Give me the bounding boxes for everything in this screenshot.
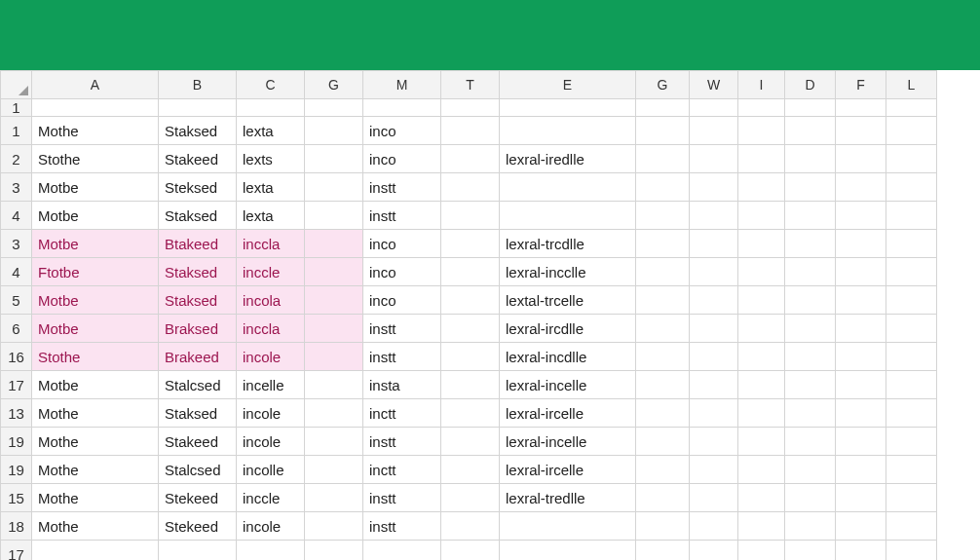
cell[interactable]: lexral-tredlle bbox=[500, 484, 636, 512]
cell[interactable] bbox=[441, 202, 500, 230]
cell[interactable] bbox=[886, 428, 937, 456]
cell[interactable]: Mothe bbox=[32, 117, 159, 145]
cell[interactable]: Staksed bbox=[159, 202, 237, 230]
cell[interactable] bbox=[738, 512, 785, 541]
cell[interactable] bbox=[305, 230, 363, 258]
cell[interactable] bbox=[305, 315, 363, 343]
table-row[interactable]: 3MotbeBtakeedincclaincolexral-trcdlle bbox=[1, 230, 937, 258]
cell[interactable] bbox=[785, 99, 836, 117]
cell[interactable] bbox=[690, 202, 738, 230]
cell[interactable]: Motbe bbox=[32, 315, 159, 343]
row-header[interactable]: 17 bbox=[1, 541, 32, 561]
cell[interactable] bbox=[636, 286, 690, 315]
cell[interactable] bbox=[785, 258, 836, 286]
cell[interactable] bbox=[305, 145, 363, 173]
cell[interactable] bbox=[441, 484, 500, 512]
cell[interactable] bbox=[500, 173, 636, 202]
cell[interactable] bbox=[305, 428, 363, 456]
row-header[interactable]: 2 bbox=[1, 145, 32, 173]
cell[interactable] bbox=[305, 512, 363, 541]
cell[interactable] bbox=[690, 99, 738, 117]
row-header[interactable]: 19 bbox=[1, 428, 32, 456]
cell[interactable] bbox=[785, 484, 836, 512]
cell[interactable] bbox=[305, 258, 363, 286]
row-header[interactable]: 1 bbox=[1, 117, 32, 145]
cell[interactable]: Mothe bbox=[32, 512, 159, 541]
grid[interactable]: A B C G M T E G W I D F L 11MotheStaksed… bbox=[0, 70, 937, 560]
cell[interactable]: lexral-ircdlle bbox=[500, 315, 636, 343]
cell[interactable]: Stothe bbox=[32, 145, 159, 173]
cell[interactable] bbox=[441, 258, 500, 286]
cell[interactable] bbox=[785, 343, 836, 371]
cell[interactable] bbox=[886, 202, 937, 230]
cell[interactable] bbox=[690, 484, 738, 512]
cell[interactable]: inccla bbox=[237, 230, 305, 258]
cell[interactable] bbox=[886, 258, 937, 286]
cell[interactable] bbox=[785, 371, 836, 399]
select-all-corner[interactable] bbox=[1, 71, 32, 99]
cell[interactable] bbox=[159, 99, 237, 117]
cell[interactable] bbox=[886, 230, 937, 258]
cell[interactable] bbox=[305, 202, 363, 230]
cell[interactable] bbox=[305, 117, 363, 145]
cell[interactable] bbox=[500, 512, 636, 541]
col-header[interactable]: C bbox=[237, 71, 305, 99]
col-header[interactable]: G bbox=[636, 71, 690, 99]
cell[interactable] bbox=[836, 202, 886, 230]
table-row[interactable]: 19MotheStakeedincoleinsttlexral-incelle bbox=[1, 428, 937, 456]
cell[interactable]: inctt bbox=[363, 399, 441, 428]
cell[interactable]: Motbe bbox=[32, 286, 159, 315]
cell[interactable] bbox=[836, 145, 886, 173]
row-header[interactable]: 18 bbox=[1, 512, 32, 541]
cell[interactable] bbox=[886, 145, 937, 173]
cell[interactable]: lexta bbox=[237, 173, 305, 202]
table-row[interactable]: 18MotheStekeedincoleinstt bbox=[1, 512, 937, 541]
cell[interactable] bbox=[636, 117, 690, 145]
cell[interactable] bbox=[441, 230, 500, 258]
cell[interactable]: Mothe bbox=[32, 484, 159, 512]
cell[interactable] bbox=[305, 286, 363, 315]
cell[interactable]: inccla bbox=[237, 315, 305, 343]
cell[interactable] bbox=[785, 117, 836, 145]
cell[interactable]: Staksed bbox=[159, 117, 237, 145]
table-row[interactable]: 19MotheStalcsedincolleincttlexral-ircell… bbox=[1, 456, 937, 484]
cell[interactable]: lexral-incelle bbox=[500, 371, 636, 399]
cell[interactable] bbox=[237, 99, 305, 117]
cell[interactable] bbox=[690, 343, 738, 371]
cell[interactable] bbox=[738, 117, 785, 145]
table-row[interactable]: 16StotheBrakeedincoleinsttlexral-incdlle bbox=[1, 343, 937, 371]
cell[interactable] bbox=[305, 173, 363, 202]
cell[interactable] bbox=[237, 541, 305, 561]
row-header[interactable]: 3 bbox=[1, 230, 32, 258]
cell[interactable] bbox=[441, 315, 500, 343]
cell[interactable] bbox=[836, 258, 886, 286]
cell[interactable] bbox=[738, 173, 785, 202]
cell[interactable] bbox=[836, 371, 886, 399]
cell[interactable]: Mothe bbox=[32, 399, 159, 428]
cell[interactable] bbox=[690, 371, 738, 399]
cell[interactable] bbox=[441, 399, 500, 428]
cell[interactable]: instt bbox=[363, 428, 441, 456]
cell[interactable] bbox=[159, 541, 237, 561]
cell[interactable] bbox=[738, 258, 785, 286]
row-header[interactable]: 3 bbox=[1, 173, 32, 202]
cell[interactable] bbox=[305, 371, 363, 399]
table-row[interactable]: 17MotbeStalcsedincelleinstalexral-incell… bbox=[1, 371, 937, 399]
cell[interactable] bbox=[636, 173, 690, 202]
cell[interactable]: Staksed bbox=[159, 258, 237, 286]
cell[interactable]: instt bbox=[363, 512, 441, 541]
cell[interactable] bbox=[500, 541, 636, 561]
cell[interactable] bbox=[500, 99, 636, 117]
cell[interactable]: instt bbox=[363, 343, 441, 371]
table-row[interactable]: 4MotbeStaksedlextainstt bbox=[1, 202, 937, 230]
cell[interactable] bbox=[305, 541, 363, 561]
cell[interactable]: Mothe bbox=[32, 456, 159, 484]
cell[interactable] bbox=[886, 99, 937, 117]
col-header[interactable]: E bbox=[500, 71, 636, 99]
cell[interactable]: incole bbox=[237, 428, 305, 456]
cell[interactable]: lexral-trcdlle bbox=[500, 230, 636, 258]
cell[interactable] bbox=[836, 399, 886, 428]
cell[interactable] bbox=[441, 541, 500, 561]
cell[interactable]: inctt bbox=[363, 456, 441, 484]
cell[interactable]: instt bbox=[363, 484, 441, 512]
